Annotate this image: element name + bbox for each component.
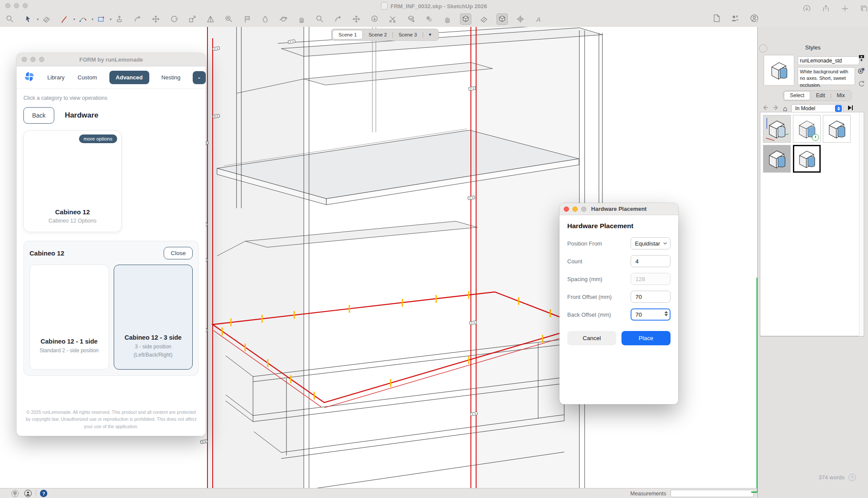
scene-tabs-menu-icon[interactable]: ▼ — [423, 33, 437, 37]
arc-tool-icon[interactable]: ▾ — [77, 13, 89, 25]
tab-select[interactable]: Select — [784, 91, 810, 100]
styles-list-scrollbar[interactable] — [859, 113, 863, 336]
geolocation-icon[interactable] — [11, 490, 19, 497]
style-thumb-selected[interactable] — [793, 145, 821, 173]
document-proxy-icon — [381, 2, 388, 10]
tab-nesting[interactable]: Nesting — [161, 71, 181, 84]
option-card-3-side[interactable]: Cabineo 12 - 3 side 3 - side position (L… — [114, 265, 193, 370]
window-close-button[interactable] — [5, 3, 10, 8]
section-title: Cabineo 12 — [30, 249, 64, 257]
back-arrow-icon[interactable] — [762, 105, 769, 112]
tab-custom[interactable]: Custom — [77, 71, 98, 84]
front-offset-label: Front Offset (mm) — [567, 294, 612, 300]
dropdown-caret-icon[interactable]: ▾ — [92, 17, 93, 21]
dialog-zoom-button[interactable] — [581, 206, 586, 212]
toolbar-right-cluster — [712, 11, 760, 27]
dropdown-caret-icon[interactable]: ▾ — [73, 17, 75, 21]
create-style-icon[interactable] — [858, 67, 865, 76]
hardware-card-cabineo12[interactable]: more options Cabineo 12 Cabineo 12 Optio… — [23, 131, 122, 232]
look-around-tool-icon[interactable] — [332, 13, 344, 25]
eraser-tool-icon[interactable] — [41, 13, 52, 25]
axes-tool-icon[interactable] — [515, 13, 526, 25]
zoom-tool-icon[interactable] — [4, 13, 16, 25]
materials-tool-icon[interactable] — [424, 13, 435, 25]
collaborators-icon[interactable] — [730, 13, 740, 25]
count-input[interactable] — [631, 255, 671, 267]
plugin-hand-tool-icon[interactable] — [442, 13, 453, 25]
back-offset-label: Back Offset (mm) — [567, 311, 611, 318]
zoom-view-tool-icon[interactable] — [314, 13, 326, 25]
scale-tool-icon[interactable] — [187, 13, 198, 25]
move-tool-icon[interactable] — [150, 13, 161, 25]
orbit-tool-icon[interactable] — [278, 13, 289, 25]
dialog-close-button[interactable] — [564, 206, 569, 212]
refresh-style-icon[interactable] — [858, 80, 865, 89]
word-count-help-icon[interactable]: ? — [848, 474, 856, 481]
home-icon[interactable]: ⌂ — [783, 105, 787, 112]
cancel-button[interactable]: Cancel — [567, 331, 616, 345]
style-description[interactable]: White background with no axes. Short, sw… — [798, 67, 855, 85]
style-name-input[interactable] — [798, 56, 859, 65]
option-subtitle: 3 - side position — [135, 343, 171, 351]
account-icon[interactable] — [749, 13, 760, 25]
paint-tool-icon[interactable] — [260, 13, 271, 25]
plugin-hardware-tool-icon[interactable] — [496, 13, 508, 25]
main-toolbar: ▾▾▾▾A1A — [0, 11, 868, 27]
plugin-cut-tool-icon[interactable] — [387, 13, 398, 25]
front-offset-input[interactable] — [631, 291, 671, 303]
dropdown-caret-icon[interactable]: ▾ — [110, 17, 112, 21]
line-tool-icon[interactable]: ▾ — [59, 13, 70, 25]
plugin-export-tool-icon[interactable] — [369, 13, 380, 25]
option-title: Cabineo 12 - 1 side — [41, 338, 98, 345]
close-section-button[interactable]: Close — [164, 247, 193, 259]
user-status-icon[interactable] — [24, 490, 32, 497]
tape-measure-tool-icon[interactable] — [223, 13, 234, 25]
pan-tool-icon[interactable] — [296, 13, 307, 25]
mirror-tool-icon[interactable] — [205, 13, 216, 25]
forward-arrow-icon[interactable] — [773, 105, 779, 112]
tab-advanced[interactable]: Advanced — [109, 71, 149, 84]
select-tool-icon[interactable]: ▾ — [23, 13, 34, 25]
rotate-tool-icon[interactable] — [168, 13, 180, 25]
help-icon[interactable]: ? — [40, 490, 47, 497]
tab-library[interactable]: Library — [46, 71, 66, 84]
plugin-layers-tool-icon[interactable] — [405, 13, 417, 25]
followme-tool-icon[interactable] — [132, 13, 143, 25]
style-tray-icon[interactable] — [858, 55, 865, 63]
tray-resize-handle[interactable] — [760, 336, 864, 339]
window-zoom-button[interactable] — [23, 3, 28, 8]
details-menu-icon[interactable] — [847, 105, 853, 113]
tab-mix[interactable]: Mix — [831, 91, 851, 100]
collapse-panel-button[interactable]: - — [193, 71, 206, 84]
measurements-input[interactable] — [671, 490, 754, 497]
window-minimize-button[interactable] — [14, 3, 19, 8]
style-thumb-axes[interactable] — [763, 115, 791, 143]
option-card-1-side[interactable]: Cabineo 12 - 1 side Standard 2 - side po… — [30, 265, 109, 370]
dialog-window-controls — [564, 206, 586, 212]
style-thumb-plain[interactable] — [823, 115, 851, 143]
dropdown-caret-icon[interactable]: ▾ — [37, 17, 39, 21]
scene-tab-3[interactable]: Scene 3 — [393, 30, 422, 39]
styles-tab-bar: Select Edit Mix — [783, 90, 852, 101]
pushpull-tool-icon[interactable] — [114, 13, 125, 25]
plugin-eraser-tool-icon[interactable] — [478, 13, 490, 25]
stepper-icon[interactable] — [664, 311, 668, 316]
3d-text-tool-icon[interactable]: A — [533, 13, 544, 25]
scene-tab-2[interactable]: Scene 2 — [363, 30, 392, 39]
style-thumb-gray[interactable] — [763, 145, 791, 173]
back-button[interactable]: Back — [23, 107, 54, 124]
place-button[interactable]: Place — [621, 331, 671, 345]
more-options-badge[interactable]: more options — [79, 134, 117, 143]
rectangle-tool-icon[interactable]: ▾ — [95, 13, 107, 25]
dialog-minimize-button[interactable] — [572, 206, 578, 212]
style-thumb-pending[interactable] — [793, 115, 821, 143]
category-header: Back Hardware — [23, 107, 199, 124]
measurements-label: Measurements — [630, 491, 666, 497]
scene-tab-1[interactable]: Scene 1 — [332, 30, 363, 39]
new-document-icon[interactable] — [712, 13, 721, 25]
zoom-extents-tool-icon[interactable] — [351, 13, 362, 25]
position-from-select[interactable]: Equidistar — [631, 237, 671, 249]
tab-edit[interactable]: Edit — [810, 91, 831, 100]
plugin-cabineo-tool-icon[interactable] — [460, 13, 471, 25]
text-tool-icon[interactable]: A1 — [241, 13, 253, 25]
